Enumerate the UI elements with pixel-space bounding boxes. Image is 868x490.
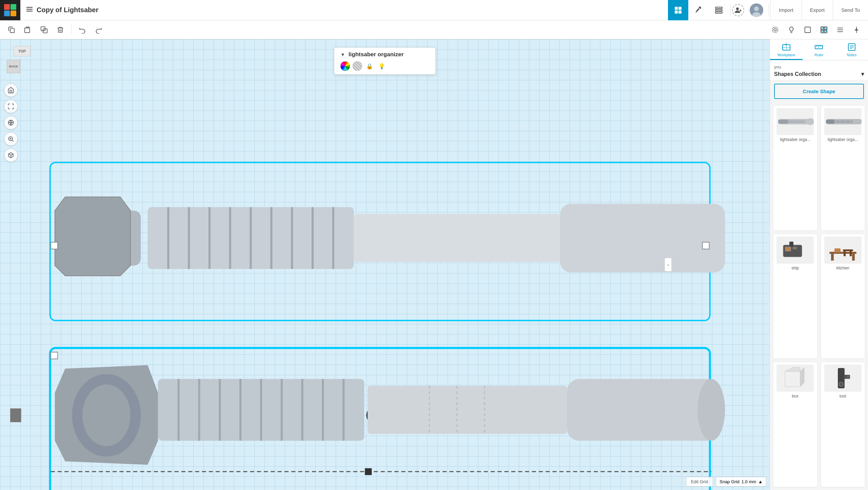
toolbar-separator-1 bbox=[71, 25, 72, 35]
title-area: Copy of Lightsaber bbox=[20, 5, 668, 15]
nav-cube-back[interactable]: BACK bbox=[7, 60, 20, 73]
svg-rect-115 bbox=[829, 252, 856, 254]
logo-t bbox=[4, 4, 10, 10]
svg-rect-114 bbox=[793, 247, 797, 249]
copy-button[interactable] bbox=[4, 22, 19, 37]
nav-cube-top[interactable]: TOP bbox=[14, 46, 31, 56]
duplicate-button[interactable] bbox=[37, 22, 52, 37]
toolbar bbox=[0, 20, 868, 39]
shape-item-lightsaber1[interactable]: lightsaber orga... bbox=[773, 105, 818, 231]
logo[interactable] bbox=[0, 0, 20, 20]
create-shape-button[interactable]: Create Shape bbox=[774, 84, 864, 99]
shapes-header: you Shapes Collection ▾ bbox=[770, 60, 868, 80]
shape-label-tool: tool bbox=[840, 394, 846, 399]
shape-item-tool[interactable]: tool bbox=[821, 362, 866, 487]
svg-marker-90 bbox=[785, 43, 787, 45]
redo-button[interactable] bbox=[91, 22, 106, 37]
svg-rect-27 bbox=[824, 30, 827, 33]
snap-grid: Snap Grid 1.0 mm ▲ bbox=[716, 477, 766, 487]
svg-marker-124 bbox=[800, 367, 804, 387]
shape-item-box[interactable]: box bbox=[773, 362, 818, 487]
svg-marker-33 bbox=[854, 28, 856, 30]
import-button[interactable]: Import bbox=[770, 0, 802, 20]
logo-grid bbox=[4, 4, 16, 16]
svg-rect-17 bbox=[10, 28, 14, 33]
menu-icon[interactable] bbox=[26, 5, 33, 15]
svg-rect-3 bbox=[675, 7, 678, 10]
shape-label-lightsaber2: lightsaber orga... bbox=[828, 137, 858, 142]
shape-label-ship: ship bbox=[791, 266, 799, 270]
shape-item-kitchen[interactable]: kitchen bbox=[821, 233, 866, 359]
notes-button[interactable]: Notes bbox=[835, 39, 868, 60]
snap-grid-arrow[interactable]: ▲ bbox=[758, 479, 763, 484]
project-title[interactable]: Copy of Lightsaber bbox=[37, 6, 98, 14]
shape-outline-button[interactable] bbox=[800, 22, 815, 37]
shape-item-ship[interactable]: ship bbox=[773, 233, 818, 359]
shape-thumb-ship bbox=[776, 237, 814, 264]
layers-button[interactable] bbox=[709, 0, 729, 20]
svg-point-11 bbox=[736, 7, 739, 10]
color-picker-gray[interactable] bbox=[353, 61, 362, 71]
color-picker-rainbow[interactable] bbox=[340, 61, 350, 71]
delete-button[interactable] bbox=[53, 22, 68, 37]
shapes-user: you bbox=[774, 64, 864, 69]
add-user-button[interactable] bbox=[732, 4, 744, 16]
svg-rect-9 bbox=[715, 9, 722, 11]
group-button[interactable] bbox=[816, 22, 831, 37]
topbar-divider-2 bbox=[769, 3, 769, 17]
ruler-label: Ruler bbox=[814, 53, 823, 57]
mirror-button[interactable] bbox=[849, 22, 864, 37]
toolbar-right bbox=[768, 22, 864, 37]
shape-thumb-box bbox=[776, 365, 814, 392]
svg-rect-117 bbox=[852, 254, 855, 261]
svg-rect-105 bbox=[834, 120, 853, 123]
svg-rect-0 bbox=[26, 7, 33, 8]
workplane-button[interactable]: Workplane bbox=[770, 39, 803, 60]
lock-button[interactable]: 🔒 bbox=[365, 61, 374, 71]
snap-grid-value: 1.0 mm bbox=[742, 479, 756, 484]
logo-n bbox=[4, 11, 10, 16]
shape-thumb-kitchen bbox=[824, 237, 862, 264]
svg-rect-118 bbox=[843, 249, 853, 251]
light-button[interactable] bbox=[784, 22, 799, 37]
edit-grid-button[interactable]: Edit Grid bbox=[686, 477, 713, 487]
object-label-title: lightsaber organizer bbox=[349, 51, 403, 58]
export-button[interactable]: Export bbox=[802, 0, 833, 20]
svg-rect-104 bbox=[826, 120, 834, 124]
shape-item-lightsaber2[interactable]: lightsaber orga... bbox=[821, 105, 866, 231]
visibility-button[interactable]: 💡 bbox=[377, 61, 387, 71]
collapse-panel-button[interactable]: › bbox=[665, 258, 671, 271]
grid-view-button[interactable] bbox=[668, 0, 688, 20]
saber-canvas[interactable] bbox=[10, 73, 766, 490]
shape-label-box: box bbox=[792, 394, 798, 399]
svg-rect-122 bbox=[785, 371, 800, 387]
avatar[interactable] bbox=[750, 3, 763, 17]
snap-grid-label: Snap Grid bbox=[719, 479, 739, 484]
ruler-button[interactable]: Ruler bbox=[803, 39, 835, 60]
build-button[interactable] bbox=[688, 0, 709, 20]
object-label-collapse[interactable]: ▼ bbox=[340, 52, 345, 57]
send-to-button[interactable]: Send To bbox=[833, 0, 868, 20]
logo-k bbox=[11, 11, 16, 16]
object-label-header: ▼ lightsaber organizer bbox=[340, 51, 429, 58]
shape-thumb-lightsaber2 bbox=[824, 108, 862, 135]
lightsaber-top bbox=[50, 163, 725, 321]
paste-button[interactable] bbox=[20, 22, 35, 37]
nav-cube[interactable]: TOP BACK bbox=[7, 46, 37, 77]
shape-label-kitchen: kitchen bbox=[836, 266, 849, 270]
svg-rect-86 bbox=[365, 468, 372, 475]
view-camera-button[interactable] bbox=[768, 22, 783, 37]
svg-rect-25 bbox=[824, 26, 827, 29]
align-button[interactable] bbox=[833, 22, 848, 37]
main-area: TOP BACK bbox=[0, 39, 868, 490]
topbar: Copy of Lightsaber bbox=[0, 0, 868, 20]
shapes-collection-dropdown[interactable]: Shapes Collection ▾ bbox=[774, 71, 864, 77]
svg-rect-112 bbox=[786, 247, 790, 251]
undo-button[interactable] bbox=[75, 22, 90, 37]
viewport[interactable]: TOP BACK bbox=[0, 39, 770, 490]
svg-rect-121 bbox=[834, 248, 841, 252]
svg-point-15 bbox=[754, 6, 759, 11]
svg-rect-76 bbox=[368, 386, 567, 434]
svg-rect-100 bbox=[778, 120, 788, 124]
svg-marker-123 bbox=[785, 367, 800, 371]
